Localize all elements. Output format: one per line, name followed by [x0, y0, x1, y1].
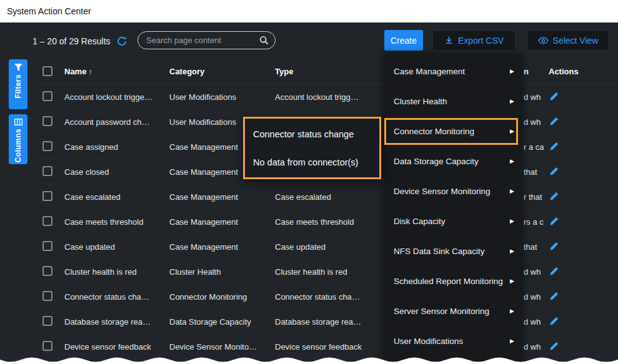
row-checkbox[interactable]	[42, 166, 52, 176]
row-checkbox[interactable]	[42, 291, 52, 301]
menu-item-connector-monitoring[interactable]: Connector Monitoring▶	[384, 116, 522, 146]
create-button-label: Create	[391, 36, 417, 46]
edit-icon[interactable]	[549, 116, 559, 126]
cell-name: Connector status cha…	[64, 292, 164, 302]
columns-icon	[14, 119, 22, 125]
edit-icon[interactable]	[549, 166, 559, 176]
chevron-right-icon: ▶	[510, 308, 514, 314]
menu-item-device-sensor-monitoring[interactable]: Device Sensor Monitoring▶	[384, 176, 522, 206]
page-title: System Action Center	[7, 6, 91, 16]
cell-type: Case updated	[275, 242, 381, 252]
filter-icon	[14, 64, 22, 71]
menu-item-label: User Modifications	[394, 337, 463, 346]
cell-description-fragment: r a ca	[524, 142, 547, 152]
cell-description-fragment: d wh	[524, 92, 547, 102]
cell-description-fragment: d wh	[524, 292, 547, 302]
menu-item-label: NFS Data Sink Capacity	[394, 247, 485, 256]
cell-type: Database storage rea…	[275, 317, 381, 327]
table-row: Connector status cha… Connector Monitori…	[0, 284, 618, 309]
chevron-right-icon: ▶	[510, 68, 514, 74]
edit-icon[interactable]	[549, 341, 559, 351]
menu-item-label: Cluster Health	[394, 97, 447, 106]
column-header-name[interactable]: Name↑	[64, 67, 92, 76]
chevron-right-icon: ▶	[510, 128, 514, 134]
submenu-item-no-data-from-connectors[interactable]: No data from connector(s)	[245, 152, 379, 172]
row-checkbox[interactable]	[42, 141, 52, 151]
edit-icon[interactable]	[549, 141, 559, 151]
cell-description-fragment: that	[524, 242, 547, 252]
menu-item-label: Server Sensor Monitoring	[394, 307, 489, 316]
menu-item-label: Case Management	[394, 67, 465, 76]
filters-tab-label: Filters	[14, 74, 22, 99]
system-action-center-page: System Action Center 1 – 20 of 29 Result…	[0, 0, 618, 364]
cell-name: Case closed	[64, 167, 164, 177]
chevron-right-icon: ▶	[510, 98, 514, 104]
row-checkbox[interactable]	[42, 191, 52, 201]
menu-item-nfs-data-sink-capacity[interactable]: NFS Data Sink Capacity▶	[384, 236, 522, 266]
column-header-actions: Actions	[549, 67, 579, 76]
cell-name: Account lockout trigge…	[64, 92, 164, 102]
table-row: Account lockout trigge… User Modificatio…	[0, 84, 618, 109]
row-checkbox[interactable]	[42, 116, 52, 126]
cell-type: Device sensor feedback	[275, 342, 381, 352]
create-button[interactable]: Create	[384, 30, 423, 51]
chevron-right-icon: ▶	[510, 218, 514, 224]
edit-icon[interactable]	[549, 91, 559, 101]
cell-type: Account lockout trigg…	[275, 92, 381, 102]
menu-item-server-sensor-monitoring[interactable]: Server Sensor Monitoring▶	[384, 296, 522, 326]
menu-item-case-management[interactable]: Case Management▶	[384, 56, 522, 86]
edit-icon[interactable]	[549, 216, 559, 226]
columns-tab[interactable]: Columns	[9, 114, 27, 164]
select-all-checkbox[interactable]	[42, 66, 52, 76]
row-checkbox[interactable]	[42, 91, 52, 101]
menu-item-disk-capacity[interactable]: Disk Capacity▶	[384, 206, 522, 236]
filters-tab[interactable]: Filters	[9, 59, 27, 109]
cell-category: Data Storage Capacity	[169, 317, 271, 327]
cell-name: Database storage rea…	[64, 317, 164, 327]
results-count: 1 – 20 of 29 Results	[32, 36, 111, 46]
table-row: Device sensor feedback Device Sensor Mon…	[0, 334, 618, 359]
edit-icon[interactable]	[549, 266, 559, 276]
top-bar: System Action Center	[0, 0, 618, 22]
table-row: Database storage rea… Data Storage Capac…	[0, 309, 618, 334]
refresh-icon[interactable]	[116, 36, 127, 47]
menu-item-user-modifications[interactable]: User Modifications▶	[384, 326, 522, 356]
row-checkbox[interactable]	[42, 316, 52, 326]
row-checkbox[interactable]	[42, 266, 52, 276]
edit-icon[interactable]	[549, 191, 559, 201]
menu-item-scheduled-report-monitoring[interactable]: Scheduled Report Monitoring▶	[384, 266, 522, 296]
menu-item-label: Data Storage Capacity	[394, 157, 479, 166]
cell-name: Case meets threshold	[64, 217, 164, 227]
cell-type: Connector status cha…	[275, 292, 381, 302]
menu-item-label: Scheduled Report Monitoring	[394, 277, 503, 286]
export-csv-button[interactable]: Export CSV	[432, 30, 516, 51]
row-checkbox[interactable]	[42, 341, 52, 351]
cell-category: Case Management	[169, 217, 271, 227]
menu-item-data-storage-capacity[interactable]: Data Storage Capacity▶	[384, 146, 522, 176]
column-header-type[interactable]: Type	[275, 67, 293, 76]
cell-name: Case escalated	[64, 192, 164, 202]
edit-icon[interactable]	[549, 316, 559, 326]
menu-item-cluster-health[interactable]: Cluster Health▶	[384, 86, 522, 116]
search-input[interactable]	[146, 36, 259, 45]
export-csv-label: Export CSV	[458, 36, 504, 46]
row-checkbox[interactable]	[42, 216, 52, 226]
table-row: Case escalated Case Management Case esca…	[0, 184, 618, 209]
column-header-description-fragment: n	[524, 67, 529, 76]
submenu-item-connector-status-change[interactable]: Connector status change	[245, 124, 379, 144]
menu-item-label: Connector Monitoring	[394, 127, 474, 136]
cell-category: Device Sensor Monito…	[169, 342, 271, 352]
table-row: Cluster health is red Cluster Health Clu…	[0, 259, 618, 284]
search-box	[137, 31, 276, 49]
cell-name: Device sensor feedback	[64, 342, 164, 352]
select-view-button[interactable]: Select View	[527, 30, 609, 51]
row-checkbox[interactable]	[42, 241, 52, 251]
menu-item-label: Device Sensor Monitoring	[394, 187, 491, 196]
column-header-category[interactable]: Category	[169, 67, 204, 76]
cell-name: Case updated	[64, 242, 164, 252]
edit-icon[interactable]	[549, 241, 559, 251]
cell-name: Case assigned	[64, 142, 164, 152]
table-row: Case updated Case Management Case update…	[0, 234, 618, 259]
edit-icon[interactable]	[549, 291, 559, 301]
cell-type: Case meets threshold	[275, 217, 381, 227]
